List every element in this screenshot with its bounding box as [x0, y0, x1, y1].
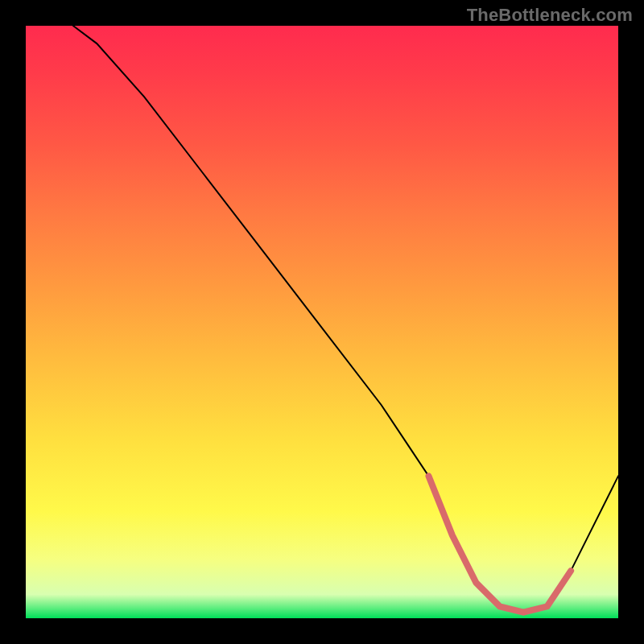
chart-svg: [26, 26, 618, 618]
watermark-text: TheBottleneck.com: [467, 5, 633, 26]
plot-area: [26, 26, 618, 618]
chart-canvas: TheBottleneck.com: [0, 0, 644, 644]
optimal-range-marker-path: [429, 476, 572, 612]
bottleneck-curve-path: [73, 26, 618, 613]
